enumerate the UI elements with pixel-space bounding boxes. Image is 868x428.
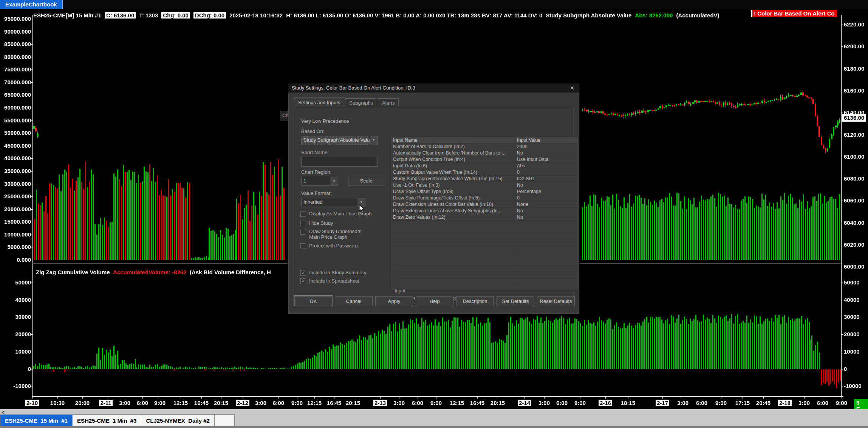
table-row-empty[interactable]: [391, 253, 578, 259]
table-row-empty[interactable]: [391, 221, 578, 227]
checkbox[interactable]: [300, 221, 306, 226]
table-row-empty[interactable]: [391, 246, 578, 253]
input-name-cell: [391, 278, 515, 284]
input-name-cell: Custom Output Value When True (In:14): [391, 169, 515, 175]
table-row-empty[interactable]: [391, 227, 578, 233]
table-row[interactable]: Custom Output Value When True (In:14)0: [391, 169, 578, 176]
dialog-content: Very Low Precedence Based On: Study Subg…: [294, 107, 574, 296]
table-row-empty[interactable]: [391, 259, 578, 266]
chevron-down-icon[interactable]: ▼: [330, 177, 338, 185]
chevron-down-icon[interactable]: ▼: [370, 136, 378, 145]
datetime-field: 2025-02-18 10:16:32: [229, 12, 283, 19]
left-axis-label: 0.000: [0, 256, 31, 263]
chart-info-bar: ESH25-CME[M] 15 Min #1 C: 6136.00 T: 130…: [33, 10, 868, 20]
table-row[interactable]: Use -1 On False (In:3)No: [391, 182, 578, 189]
table-row-empty[interactable]: [391, 233, 578, 240]
table-header-input-name: Input Name: [391, 137, 515, 143]
tab-alerts[interactable]: Alerts: [378, 98, 399, 108]
table-row[interactable]: Output When Condition True (In:4)Use Inp…: [391, 156, 578, 163]
checkbox-row[interactable]: Draw Study Underneath Main Price Graph: [300, 229, 382, 240]
chart-tab-stub: [215, 414, 235, 427]
value-format-dropdown[interactable]: Inherited ▼: [301, 198, 365, 207]
time-axis-label-text: 12:15: [450, 400, 464, 406]
checkbox[interactable]: [300, 211, 306, 217]
reset-defaults-button[interactable]: Reset Defaults: [537, 296, 575, 306]
cancel-button[interactable]: Cancel: [335, 296, 373, 306]
table-row-empty[interactable]: [391, 272, 578, 278]
right-axis-label-region2: 50000: [844, 279, 860, 286]
short-name-input[interactable]: [301, 157, 378, 167]
table-row-empty[interactable]: [391, 278, 578, 285]
checkbox-row[interactable]: Display As Main Price Graph: [300, 211, 382, 217]
set-defaults-button[interactable]: Set Defaults: [497, 296, 534, 306]
table-row[interactable]: Draw Extension Lines Above Study Subgrap…: [391, 208, 578, 214]
time-axis-label: 2-10: [19, 399, 45, 407]
table-row-empty[interactable]: [391, 285, 578, 290]
time-axis-label-text: 2-17: [656, 400, 669, 406]
input-value-cell: 0: [515, 169, 578, 175]
left-axis-label: 60000.000: [0, 104, 31, 111]
table-row[interactable]: Draw Extension Lines at Color Bar Value …: [391, 201, 578, 208]
apply-button[interactable]: Apply: [375, 296, 413, 306]
input-value-cell: Abs: [515, 163, 578, 169]
checkbox[interactable]: ✓: [300, 278, 306, 284]
chartbook-tab[interactable]: ExampleChartbook: [0, 0, 63, 9]
chart-region-value: 1: [302, 177, 330, 185]
time-axis-label-text: 6:00: [412, 400, 423, 406]
input-value-cell: [515, 253, 578, 259]
table-row-empty[interactable]: [391, 266, 578, 272]
ok-button[interactable]: OK: [294, 296, 332, 306]
checkbox-row[interactable]: ✓Include in Spreadsheet: [300, 278, 382, 284]
input-value-cell: No: [515, 214, 578, 220]
mouse-cursor: [358, 204, 365, 213]
time-axis-label: 18:15: [615, 399, 641, 407]
input-value-cell: [515, 246, 578, 252]
close-icon[interactable]: ✕: [569, 85, 576, 91]
table-row[interactable]: Draw Style Offset Type (In:8)Percentage: [391, 189, 578, 195]
chart-tab-clj25-nymex-daily-2[interactable]: CLJ25-NYMEX Daily #2: [141, 414, 214, 427]
left-axis-label: 55000.000: [0, 117, 31, 124]
checkbox-row[interactable]: Hide Study: [300, 220, 382, 226]
bottom-strip: [0, 426, 868, 428]
left-axis-label: 20000.000: [0, 206, 31, 213]
left-axis-label-region2: 10000: [0, 348, 31, 355]
right-axis-label: 6040.00: [844, 219, 864, 226]
checkbox-row[interactable]: Protect with Password: [300, 243, 382, 249]
checkbox[interactable]: [300, 229, 306, 235]
checkbox[interactable]: ✓: [300, 270, 306, 276]
right-axis-label: 6120.00: [844, 131, 864, 138]
chart-region-dropdown[interactable]: 1 ▼: [301, 177, 338, 186]
left-axis-label-region2: 50000: [0, 279, 31, 286]
table-row[interactable]: Number of Bars to Calculate (In:2)2000: [391, 144, 578, 150]
value-format-value: Inherited: [302, 198, 357, 207]
app-window: ExampleChartbook ESH25-CME[M] 15 Min #1 …: [0, 0, 868, 428]
checkbox[interactable]: [300, 243, 306, 249]
table-row[interactable]: Input Data (In:6)Abs: [391, 163, 578, 169]
description-button[interactable]: Description: [456, 296, 494, 306]
checkbox-row[interactable]: ✓Include in Study Summary: [300, 270, 382, 276]
chart-tab-esh25-cme-15-min-1[interactable]: ESH25-CME 15 Min #1: [0, 414, 73, 427]
tab-subgraphs[interactable]: Subgraphs: [345, 98, 377, 108]
time-axis-label-text: 20:15: [490, 400, 505, 406]
scale-button[interactable]: Scale: [348, 176, 384, 185]
table-row-empty[interactable]: [391, 240, 578, 246]
based-on-dropdown[interactable]: Study Subgraph Absolute Valu ▼: [301, 136, 378, 145]
inputs-table[interactable]: Input NameInput ValueNumber of Bars to C…: [391, 137, 578, 290]
input-value-cell: [515, 240, 578, 246]
table-row[interactable]: Study Subgraph Reference Value When True…: [391, 176, 578, 182]
table-row[interactable]: Draw Style Percentage/Ticks Offset (In:5…: [391, 195, 578, 201]
right-axis-label-region2: 10000: [844, 348, 860, 355]
chart-tab-esh25-cme-1-min-3[interactable]: ESH25-CME 1 Min #3: [73, 414, 142, 427]
tab-settings-and-inputs[interactable]: Settings and Inputs: [294, 97, 344, 108]
left-axis-label: 95000.000: [0, 15, 31, 22]
short-name-label: Short Name:: [301, 150, 329, 155]
table-row[interactable]: Draw Zero Values (In:12)No: [391, 214, 578, 221]
time-axis-label-text: 6:00: [273, 400, 284, 406]
table-row[interactable]: Automatically Clear from Before 'Number …: [391, 150, 578, 156]
alert-status-badge[interactable]: ! Color Bar Based On Alert Co: [751, 10, 837, 17]
help-button[interactable]: Help: [416, 296, 453, 306]
symbol-label: ESH25-CME[M] 15 Min #1: [33, 12, 101, 19]
input-value-cell: No: [515, 182, 578, 188]
left-axis-label-region2: 30000: [0, 314, 31, 320]
time-axis-label: 20:15: [484, 399, 511, 407]
